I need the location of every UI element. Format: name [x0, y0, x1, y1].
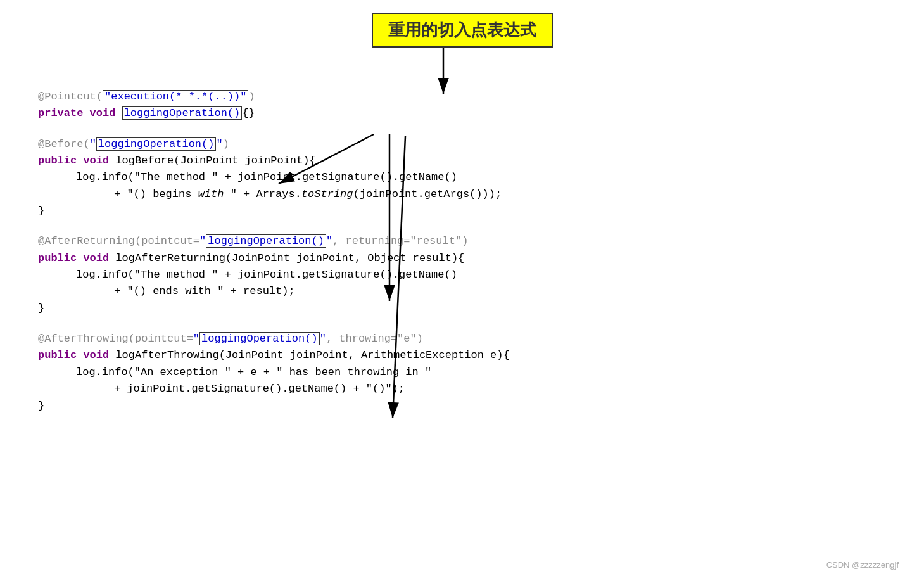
section-afterthrowing: @AfterThrowing(pointcut="loggingOperatio…: [38, 331, 886, 414]
watermark: CSDN @zzzzzengjf: [826, 560, 899, 570]
afterthrowing-line2: + joinPoint.getSignature().getName() + "…: [38, 381, 886, 397]
afterreturning-method-sig: public void logAfterReturning(JoinPoint …: [38, 250, 886, 267]
afterthrowing-line1: log.info("An exception " + e + " has bee…: [38, 364, 886, 381]
afterreturning-line2: + "() ends with " + result);: [38, 283, 886, 300]
before-close: }: [38, 203, 886, 219]
afterreturning-annotation: @AfterReturning(pointcut="loggingOperati…: [38, 233, 886, 250]
before-line2: + "() begins with " + Arrays.toString(jo…: [38, 186, 886, 203]
before-line1: log.info("The method " + joinPoint.getSi…: [38, 169, 886, 186]
before-annotation: @Before("loggingOperation()"): [38, 136, 886, 153]
afterthrowing-annotation: @AfterThrowing(pointcut="loggingOperatio…: [38, 331, 886, 347]
pointcut-annotation: @Pointcut("execution(* *.*(..))"): [38, 89, 886, 105]
section-pointcut: @Pointcut("execution(* *.*(..))") privat…: [38, 89, 886, 122]
section-afterreturning: @AfterReturning(pointcut="loggingOperati…: [38, 233, 886, 317]
afterreturning-close: }: [38, 300, 886, 317]
title-text: 重用的切入点表达式: [388, 20, 536, 39]
afterthrowing-method-sig: public void logAfterThrowing(JoinPoint j…: [38, 347, 886, 364]
afterthrowing-close: }: [38, 398, 886, 414]
pointcut-method: private void loggingOperation(){}: [38, 105, 886, 122]
section-before: @Before("loggingOperation()") public voi…: [38, 136, 886, 220]
code-area: @Pointcut("execution(* *.*(..))") privat…: [38, 89, 886, 556]
before-method-sig: public void logBefore(JoinPoint joinPoin…: [38, 153, 886, 169]
afterreturning-line1: log.info("The method " + joinPoint.getSi…: [38, 267, 886, 283]
title-box: 重用的切入点表达式: [372, 13, 553, 48]
